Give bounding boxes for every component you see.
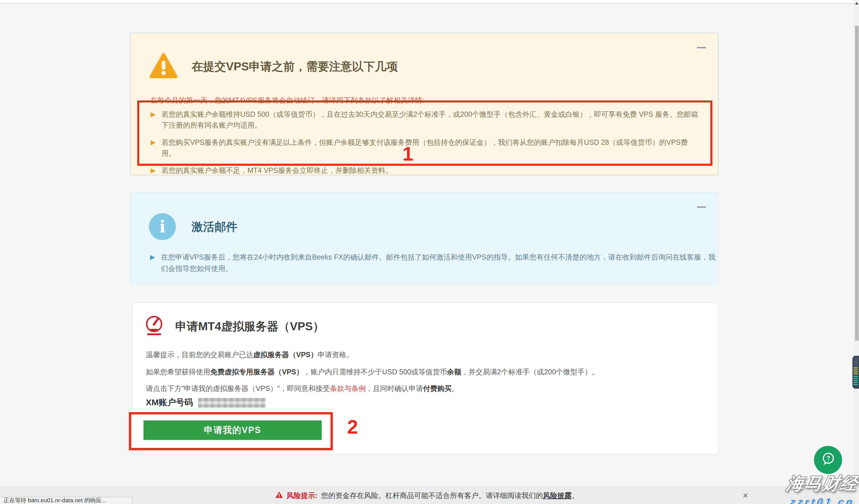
warning-bullet-text: 若您购买VPS服务的真实账户没有满足以上条件，但账户余额足够支付该服务费用（包括… [162, 137, 702, 159]
widget-stripes-yellow [854, 367, 858, 376]
risk-text: 您的资金存在风险。杠杆商品可能不适合所有客户。请详细阅读我们的风险披露。 [321, 491, 579, 500]
terms-and-conditions-link[interactable]: 条款与条例 [330, 384, 366, 392]
info-bullet-row: ▶ 在您申请VPS服务后，您将在24小时内收到来自Beeks FX的确认邮件。邮… [150, 251, 719, 274]
browser-top-strip [0, 0, 859, 4]
widget-stripes-teal [854, 376, 858, 385]
warning-panel-title: 在提交VPS申请之前，需要注意以下几项 [192, 59, 398, 75]
xm-account-label: XM账户号码 [146, 397, 193, 408]
side-extension-widget[interactable] [853, 356, 859, 389]
risk-label: 风险提示: [286, 491, 317, 500]
warning-bullet: ▶ 若您购买VPS服务的真实账户没有满足以上条件，但账户余额足够支付该服务费用（… [151, 137, 702, 159]
warning-bullet-text: 若您的真实账户余额不足，MT4 VPS服务会立即终止，并删除相关资料。 [162, 165, 393, 176]
svg-text:?: ? [826, 455, 830, 462]
gauge-stamp-icon [145, 315, 163, 337]
question-bubble-icon: ? [820, 451, 837, 469]
scrollbar-thumb[interactable] [855, 26, 859, 341]
browser-status-bar: 正在等待 bam.eu01.nr-data.net 的响应... [0, 497, 132, 504]
risk-triangle-icon [275, 491, 283, 500]
risk-disclosure-link[interactable]: 风险披露 [543, 491, 572, 500]
close-icon[interactable]: × [743, 491, 748, 500]
scrollbar-track[interactable] [854, 0, 859, 504]
warning-bullet-text: 若您的真实账户余额维持USD 500（或等值货币），且在过去30天内交易至少满2… [162, 109, 702, 130]
warning-triangle-icon [149, 53, 178, 80]
scroll-up-arrow-icon[interactable] [855, 2, 858, 4]
info-panel-title: 激活邮件 [192, 219, 238, 235]
activation-email-panel: i 激活邮件 ▶ 在您申请VPS服务后，您将在24小时内收到来自Beeks FX… [130, 192, 718, 284]
help-chat-button[interactable]: ? [814, 446, 842, 474]
watermark-line1: 海马财经 [785, 472, 859, 495]
annotation-number-1: 1 [403, 143, 413, 165]
vps-warning-panel: 在提交VPS申请之前，需要注意以下几项 在每个月的第一天，您的MT4VPS服务将… [130, 33, 718, 175]
watermark: 海马财经 zzrt01.cn [783, 472, 859, 504]
account-number-blurred [198, 398, 266, 408]
apply-panel-title: 申请MT4虚拟服务器（VPS） [175, 318, 324, 334]
widget-stripes-navy [854, 358, 858, 367]
annotation-box-1: ▶ 若您的真实账户余额维持USD 500（或等值货币），且在过去30天内交易至少… [137, 100, 712, 166]
collapse-minus-icon[interactable] [697, 47, 706, 48]
apply-paragraph-1: 温馨提示，目前您的交易账户已达虚拟服务器（VPS）申请资格。 [146, 350, 353, 360]
watermark-line2: zzrt01.cn [783, 496, 856, 504]
annotation-number-2: 2 [347, 415, 358, 438]
warning-bullet: ▶ 若您的真实账户余额维持USD 500（或等值货币），且在过去30天内交易至少… [151, 109, 702, 130]
warning-bullet: ▶ 若您的真实账户余额不足，MT4 VPS服务会立即终止，并删除相关资料。 [151, 165, 702, 176]
apply-paragraph-2: 如果您希望获得使用免费虚拟专用服务器（VPS），账户内只需维持不少于USD 50… [146, 367, 599, 377]
bullet-arrow-icon: ▶ [151, 137, 156, 159]
collapse-minus-icon[interactable] [697, 206, 706, 208]
bullet-arrow-icon: ▶ [151, 109, 156, 130]
bullet-arrow-icon: ▶ [151, 165, 156, 176]
bullet-arrow-icon: ▶ [150, 251, 155, 274]
info-icon: i [149, 213, 176, 240]
info-bullet-text: 在您申请VPS服务后，您将在24小时内收到来自Beeks FX的确认邮件。邮件包… [161, 251, 719, 274]
annotation-box-2 [129, 412, 333, 450]
apply-paragraph-3: 请点击下方"申请我的虚拟服务器（VPS）"，即同意和接受条款与条例，且同时确认申… [146, 384, 459, 393]
